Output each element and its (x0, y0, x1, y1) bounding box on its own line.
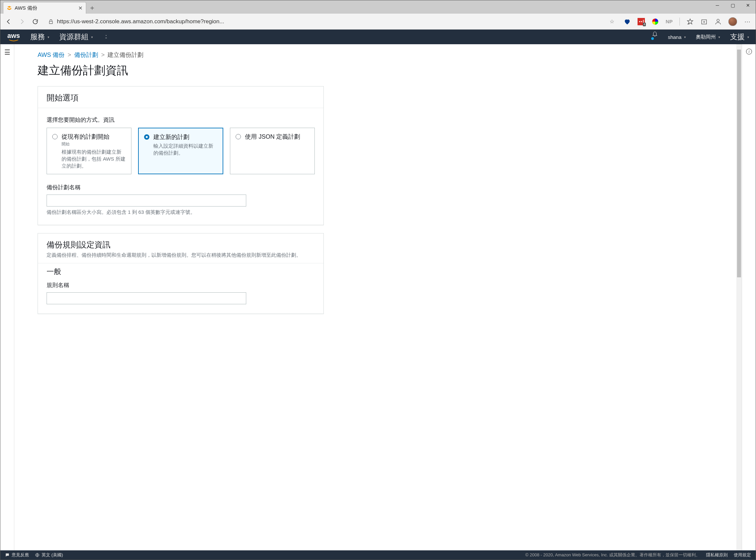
toolbar-divider (679, 18, 680, 26)
nav-back-button[interactable] (5, 18, 12, 25)
aws-top-nav: aws 服務 ▾ 資源群組 ▾ shana ▾ 奧勒岡州 ▾ 支援 ▾ (0, 29, 756, 44)
extension-heart-icon[interactable] (624, 18, 631, 25)
plan-name-help: 備份計劃名稱區分大小寫。必須包含 1 到 63 個英數字元或連字號。 (46, 209, 315, 216)
rule-name-label: 規則名稱 (46, 281, 315, 289)
main-content: AWS 備份 > 備份計劃 > 建立備份計劃 建立備份計劃資訊 開始選項 選擇您… (14, 44, 736, 551)
breadcrumb-link-plans[interactable]: 備份計劃 (74, 52, 98, 58)
footer-language[interactable]: 英文 (美國) (35, 552, 63, 558)
radio-selected-icon (144, 134, 150, 140)
footer-privacy-link[interactable]: 隱私權原則 (706, 552, 728, 558)
nav-services-label: 服務 (30, 32, 45, 42)
panel-start-options: 開始選項 選擇您要開始的方式。資訊 從現有的計劃開始 開始 根據現有的備份計劃建… (38, 86, 324, 225)
profile-avatar[interactable] (729, 17, 737, 26)
aws-logo[interactable]: aws (7, 32, 20, 42)
notification-dot-icon (651, 37, 654, 40)
close-tab-icon[interactable]: ✕ (78, 5, 82, 11)
extension-lastpass-icon[interactable]: 4 (638, 18, 645, 25)
scroll-thumb[interactable] (737, 49, 741, 277)
breadcrumb-current: 建立備份計劃 (108, 52, 143, 58)
footer-language-label: 英文 (美國) (42, 552, 63, 558)
browser-tab[interactable]: AWS 備份 ✕ (3, 2, 86, 14)
rule-name-input[interactable] (46, 292, 246, 304)
option-title: 使用 JSON 定義計劃 (245, 133, 300, 141)
panel-backup-rules: 備份規則設定資訊 定義備份排程、備份持續時間和生命週期規則，以新增備份規則。您可… (38, 233, 324, 314)
favorites-icon[interactable] (686, 18, 694, 25)
scrollbar[interactable] (736, 44, 742, 551)
panel-rules-title: 備份規則設定資訊 (46, 239, 315, 250)
person-icon[interactable] (714, 18, 722, 25)
breadcrumb: AWS 備份 > 備份計劃 > 建立備份計劃 (38, 51, 324, 59)
option-json[interactable]: 使用 JSON 定義計劃 (230, 128, 315, 174)
rules-section-general: 一般 (46, 267, 315, 277)
nav-support[interactable]: 支援 ▾ (730, 32, 749, 42)
window-minimize-button[interactable]: ─ (710, 0, 725, 10)
svg-point-2 (641, 21, 642, 22)
window-close-button[interactable]: ✕ (740, 0, 756, 10)
bookmark-star-icon[interactable]: ☆ (609, 18, 614, 25)
window-maximize-button[interactable]: ▢ (725, 0, 740, 10)
option-title: 從現有的計劃開始 (61, 133, 126, 141)
extension-badge-count: 4 (643, 23, 646, 26)
extension-np-icon[interactable]: NP (665, 18, 673, 25)
lock-icon (48, 19, 54, 24)
nav-region-label: 奧勒岡州 (696, 34, 716, 40)
footer-terms-link[interactable]: 使用規定 (734, 552, 751, 558)
chevron-down-icon: ▾ (684, 35, 686, 39)
footer-feedback-label: 意見反應 (12, 552, 29, 558)
option-from-existing[interactable]: 從現有的計劃開始 開始 根據現有的備份計劃建立新的備份計劃，包括 AWS 所建立… (46, 128, 132, 174)
option-title: 建立新的計劃 (153, 133, 218, 141)
url-text: https://us-west-2.console.aws.amazon.com… (57, 18, 606, 25)
plan-name-input[interactable] (46, 195, 246, 206)
more-menu-icon[interactable]: ⋯ (744, 18, 751, 25)
nav-resource-groups[interactable]: 資源群組 ▾ (59, 32, 93, 42)
panel-start-title: 開始選項 (46, 93, 315, 103)
radio-icon (52, 134, 58, 139)
chevron-down-icon: ▾ (91, 35, 93, 39)
breadcrumb-link-backup[interactable]: AWS 備份 (38, 52, 64, 58)
page-title: 建立備份計劃資訊 (38, 63, 324, 78)
sidebar-toggle[interactable]: ☰ (0, 44, 14, 551)
nav-forward-button[interactable] (18, 18, 26, 25)
option-create-new[interactable]: 建立新的計劃 輸入設定詳細資料以建立新的備份計劃。 (138, 128, 224, 174)
nav-user-label: shana (668, 34, 681, 40)
panel-rules-sub: 定義備份排程、備份持續時間和生命週期規則，以新增備份規則。您可以在稍後將其他備份… (46, 252, 315, 258)
aws-favicon-icon (7, 5, 12, 11)
option-sub: 開始 (61, 141, 126, 147)
chevron-down-icon: ▾ (718, 35, 720, 39)
footer-feedback[interactable]: 意見反應 (5, 552, 29, 558)
footer-copyright: © 2008 - 2020, Amazon Web Services, Inc.… (525, 552, 700, 558)
option-desc: 根據現有的備份計劃建立新的備份計劃，包括 AWS 所建立的計劃。 (61, 148, 126, 169)
nav-services[interactable]: 服務 ▾ (30, 32, 49, 42)
aws-footer: 意見反應 英文 (美國) © 2008 - 2020, Amazon Web S… (0, 551, 756, 560)
svg-text:i: i (748, 49, 749, 54)
new-tab-button[interactable]: ＋ (86, 2, 98, 14)
option-desc: 輸入設定詳細資料以建立新的備份計劃。 (153, 142, 218, 156)
browser-tab-title: AWS 備份 (15, 5, 76, 11)
address-bar[interactable]: https://us-west-2.console.aws.amazon.com… (45, 16, 618, 27)
svg-point-1 (639, 21, 641, 22)
extension-color-icon[interactable] (652, 18, 659, 25)
nav-user[interactable]: shana ▾ (668, 34, 686, 40)
chevron-down-icon: ▾ (47, 35, 49, 39)
nav-support-label: 支援 (730, 32, 745, 42)
nav-region[interactable]: 奧勒岡州 ▾ (696, 34, 720, 40)
chevron-down-icon: ▾ (747, 35, 749, 39)
pin-icon[interactable] (103, 34, 108, 40)
start-instruction: 選擇您要開始的方式。資訊 (46, 116, 315, 124)
svg-point-6 (717, 19, 719, 21)
nav-resource-groups-label: 資源群組 (59, 32, 89, 42)
info-panel-toggle[interactable]: i (742, 44, 756, 551)
collections-icon[interactable] (700, 18, 708, 25)
plan-name-label: 備份計劃名稱 (46, 184, 315, 191)
radio-icon (236, 134, 241, 139)
notifications-icon[interactable] (652, 31, 658, 44)
nav-refresh-button[interactable] (32, 18, 39, 25)
